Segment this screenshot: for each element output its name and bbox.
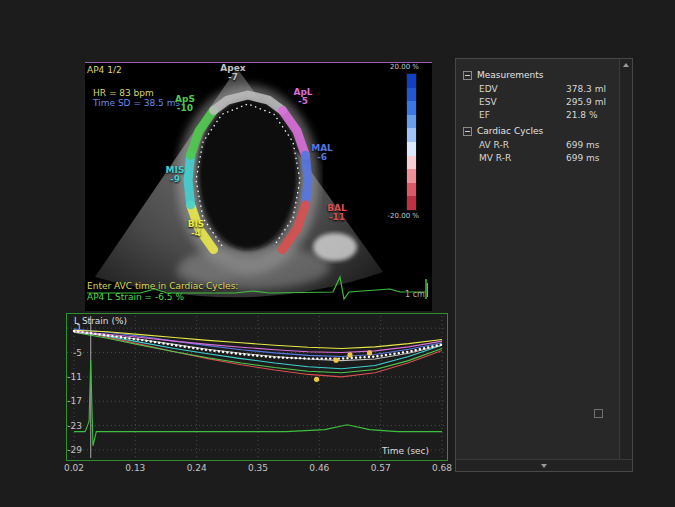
peak-marker: [314, 377, 319, 382]
measurement-row-ef: EF 21.8 %: [456, 108, 618, 121]
section-header-cardiac-cycles[interactable]: Cardiac Cycles: [456, 124, 618, 138]
collapse-icon[interactable]: [463, 71, 472, 80]
peak-marker: [333, 358, 338, 363]
x-tick-label: 0.13: [125, 463, 145, 473]
colorbar-segment: [407, 142, 416, 156]
colorbar-segment: [407, 156, 416, 170]
x-tick-label: 0.02: [64, 463, 84, 473]
roi-segment-mal: [305, 155, 308, 205]
collapse-icon[interactable]: [463, 127, 472, 136]
strain-chart-svg[interactable]: 0.020.130.240.350.460.570.681-5-11-17-23…: [60, 313, 460, 479]
measurement-label: EDV: [456, 84, 566, 94]
small-square-icon: [594, 409, 603, 418]
measurement-value: 699 ms: [566, 153, 600, 163]
segment-label-mal: MAL-6: [305, 144, 339, 162]
scroll-up-button[interactable]: [620, 59, 632, 71]
app-screen: AP4 1/2 HR = 83 bpm Time SD = 38.5 ms Ap…: [0, 0, 675, 507]
segment-label-bis: BIS-4: [179, 220, 213, 238]
colorbar-segment: [407, 169, 416, 183]
x-tick-label: 0.57: [371, 463, 391, 473]
x-tick-label: 0.24: [187, 463, 207, 473]
arrow-down-icon: [541, 464, 547, 468]
measurement-label: MV R-R: [456, 153, 566, 163]
measurement-value: 378.3 ml: [566, 84, 606, 94]
segment-label-mis: MIS-9: [158, 166, 192, 184]
x-tick-label: 0.68: [432, 463, 452, 473]
measurements-panel: Measurements EDV 378.3 ml ESV 295.9 ml E…: [455, 58, 633, 472]
panel-body: Measurements EDV 378.3 ml ESV 295.9 ml E…: [456, 59, 618, 164]
colorbar-segment: [407, 115, 416, 129]
colorbar-segment: [407, 183, 416, 197]
measurement-label: ESV: [456, 97, 566, 107]
echo-viewport[interactable]: AP4 1/2 HR = 83 bpm Time SD = 38.5 ms Ap…: [85, 62, 432, 311]
colorbar-top-label: 20.00 %: [381, 63, 421, 72]
hr-label: HR = 83 bpm: [93, 88, 154, 98]
scale-label: 1 cm: [405, 290, 425, 300]
y-tick-label: -29: [67, 445, 82, 455]
measurement-value: 699 ms: [566, 140, 600, 150]
colorbar-segment: [407, 128, 416, 142]
arrow-up-icon: [623, 63, 629, 67]
strain-chart[interactable]: 0.020.130.240.350.460.570.681-5-11-17-23…: [60, 313, 460, 479]
strain-colorbar: 20.00 % -20.00 %: [381, 63, 421, 221]
segment-label-apex: Apex-7: [216, 64, 250, 82]
measurement-row-av-rr: AV R-R 699 ms: [456, 138, 618, 151]
colorbar-segment: [407, 196, 416, 210]
segment-label-aps: ApS-10: [168, 95, 202, 113]
section-header-measurements[interactable]: Measurements: [456, 68, 618, 82]
colorbar-bottom-label: -20.00 %: [381, 212, 421, 221]
y-tick-label: -11: [67, 372, 82, 382]
section-title: Cardiac Cycles: [477, 126, 543, 136]
y-tick-label: -23: [67, 421, 82, 431]
measurement-row-edv: EDV 378.3 ml: [456, 82, 618, 95]
colorbar-segment: [407, 101, 416, 115]
series-bal: [74, 330, 442, 377]
lv-cavity: [198, 98, 298, 250]
y-tick-label: -17: [67, 396, 82, 406]
colorbar: [406, 73, 417, 211]
measurement-row-mv-rr: MV R-R 699 ms: [456, 151, 618, 164]
measurement-row-esv: ESV 295.9 ml: [456, 95, 618, 108]
strain-result: AP4 L Strain = -6.5 %: [87, 292, 184, 302]
measurement-value: 295.9 ml: [566, 97, 606, 107]
chart-xlabel: Time (sec): [381, 446, 429, 456]
view-label: AP4 1/2: [87, 65, 122, 75]
series-ecg: [74, 361, 442, 446]
colorbar-segment: [407, 74, 416, 88]
scrollbar-vertical[interactable]: [619, 59, 632, 459]
chart-ylabel: L Strain (%): [74, 316, 127, 326]
x-tick-label: 0.46: [309, 463, 329, 473]
scroll-down-bar[interactable]: [456, 459, 632, 471]
measurement-label: AV R-R: [456, 140, 566, 150]
peak-marker: [347, 352, 352, 357]
x-tick-label: 0.35: [248, 463, 268, 473]
scale-tick: [427, 283, 428, 297]
measurement-label: EF: [456, 110, 566, 120]
viewport-top-divider: [85, 62, 432, 63]
measurement-value: 21.8 %: [566, 110, 597, 120]
peak-marker: [367, 350, 372, 355]
avc-prompt: Enter AVC time in Cardiac Cycles:: [87, 281, 238, 291]
valve-bright-spot: [313, 233, 357, 261]
y-tick-label: -5: [73, 348, 82, 358]
section-title: Measurements: [477, 70, 543, 80]
segment-label-apl: ApL-5: [286, 88, 320, 106]
colorbar-segment: [407, 88, 416, 102]
segment-label-bal: BAL-11: [320, 204, 354, 222]
